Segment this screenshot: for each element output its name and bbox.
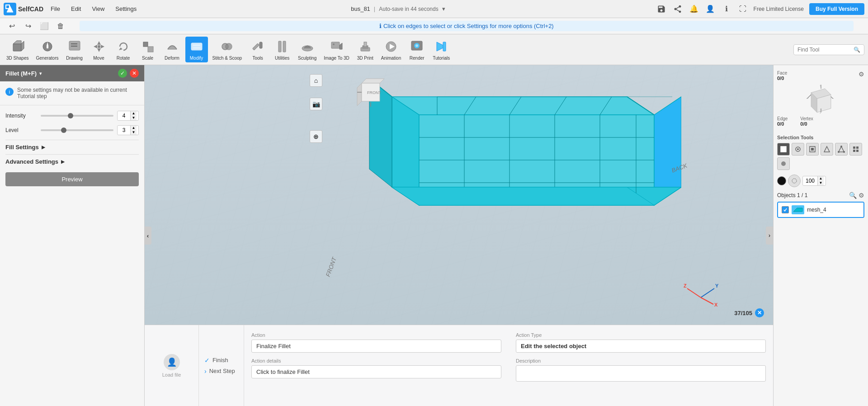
orientation-button[interactable]: ⊕ bbox=[310, 130, 322, 143]
tool-generators-label: Generators bbox=[36, 56, 58, 61]
intensity-input[interactable] bbox=[118, 112, 130, 120]
action-details-label: Action details bbox=[251, 358, 501, 364]
confirm-button[interactable]: ✓ bbox=[118, 69, 127, 78]
face-block: Face 0/0 bbox=[777, 71, 787, 81]
tool-scale[interactable]: Scale bbox=[137, 37, 159, 62]
tutorial-notice-text: Some settings may not be available in cu… bbox=[17, 87, 139, 99]
intensity-down-button[interactable]: ▼ bbox=[130, 116, 137, 120]
nav-expand-button[interactable]: › bbox=[766, 227, 773, 245]
find-tool-container: 🔍 bbox=[793, 44, 864, 55]
duplicate-button[interactable]: ⬜ bbox=[38, 20, 51, 33]
progress-close-button[interactable]: ✕ bbox=[755, 308, 764, 317]
tool-rotate[interactable]: Rotate bbox=[112, 37, 135, 62]
select-box-button[interactable] bbox=[777, 143, 790, 156]
preview-button[interactable]: Preview bbox=[5, 172, 139, 186]
objects-section: Objects 1 / 1 🔍 ⚙ mesh_4 bbox=[777, 192, 864, 218]
panel-title: Fillet (M+F) ▾ bbox=[5, 70, 42, 77]
tool-deform-label: Deform bbox=[165, 56, 179, 61]
share-icon[interactable] bbox=[672, 4, 683, 14]
search-icon[interactable]: 🔍 bbox=[854, 47, 860, 53]
toolbar-right: 🔍 bbox=[793, 44, 864, 55]
select-sphere-button[interactable] bbox=[792, 143, 804, 156]
delete-button[interactable]: 🗑 bbox=[54, 20, 67, 33]
panel-dropdown-icon[interactable]: ▾ bbox=[39, 71, 42, 76]
cancel-button[interactable]: ✕ bbox=[130, 69, 139, 78]
finish-label: Finish bbox=[212, 357, 228, 364]
fullscreen-icon[interactable]: ⛶ bbox=[737, 4, 748, 14]
user-icon[interactable]: 👤 bbox=[705, 4, 716, 14]
tool-modify-label: Modify bbox=[190, 56, 203, 61]
tool-utilities[interactable]: Utilities bbox=[271, 37, 293, 62]
navigation-cube[interactable]: FRONT bbox=[353, 74, 389, 112]
info-icon[interactable]: ℹ bbox=[721, 4, 732, 14]
finish-button[interactable]: ✓ Finish bbox=[204, 357, 238, 364]
finish-check-icon: ✓ bbox=[204, 357, 210, 364]
tool-tools[interactable]: Tools bbox=[246, 37, 269, 62]
tool-rotate-label: Rotate bbox=[117, 56, 130, 61]
save-icon[interactable] bbox=[656, 4, 667, 14]
menu-edit[interactable]: Edit bbox=[67, 4, 85, 14]
next-step-button[interactable]: › Next Step bbox=[204, 368, 238, 375]
color-picker-button[interactable] bbox=[777, 176, 786, 185]
buy-full-version-button[interactable]: Buy Full Version bbox=[809, 3, 864, 15]
logo-icon[interactable] bbox=[4, 3, 16, 15]
tool-image-to-3d[interactable]: Image To 3D bbox=[321, 37, 352, 62]
select-face-button[interactable] bbox=[806, 143, 819, 156]
level-input[interactable] bbox=[118, 126, 130, 134]
view3d-cube[interactable]: ↑ → ↓ ← bbox=[805, 83, 837, 114]
tool-modify[interactable]: Modify bbox=[185, 37, 208, 62]
notification-icon[interactable]: 🔔 bbox=[689, 4, 699, 14]
vertex-label: Vertex bbox=[800, 116, 813, 121]
tool-generators[interactable]: Generators bbox=[33, 37, 61, 62]
select-paint-button[interactable] bbox=[777, 157, 790, 170]
objects-search-icon[interactable]: 🔍 bbox=[849, 192, 857, 199]
fill-settings-section[interactable]: Fill Settings ▶ bbox=[5, 140, 139, 154]
texture-button[interactable] bbox=[788, 175, 801, 187]
level-slider[interactable] bbox=[41, 129, 113, 131]
autosave-dropdown-icon[interactable]: ▾ bbox=[442, 5, 445, 12]
object-item[interactable]: mesh_4 bbox=[778, 203, 863, 217]
intensity-up-button[interactable]: ▲ bbox=[130, 111, 137, 116]
tool-deform[interactable]: Deform bbox=[161, 37, 184, 62]
advanced-settings-section[interactable]: Advanced Settings ▶ bbox=[5, 154, 139, 169]
tool-3d-shapes[interactable]: 3D Shapes bbox=[4, 37, 31, 62]
camera-settings-button[interactable]: 📷 bbox=[310, 98, 322, 110]
collapse-panel-button[interactable]: ‹ bbox=[144, 227, 151, 245]
menu-file[interactable]: File bbox=[47, 4, 64, 14]
tool-image-to-3d-label: Image To 3D bbox=[324, 56, 349, 61]
opacity-value: 100 bbox=[803, 178, 817, 184]
svg-rect-27 bbox=[278, 41, 281, 52]
find-tool-input[interactable] bbox=[797, 47, 852, 53]
select-vertex-button[interactable] bbox=[835, 143, 848, 156]
objects-settings-icon[interactable]: ⚙ bbox=[859, 192, 864, 199]
home-view-button[interactable]: ⌂ bbox=[310, 74, 322, 87]
level-up-button[interactable]: ▲ bbox=[130, 126, 137, 130]
tool-stitch[interactable]: Stitch & Scoop bbox=[210, 37, 245, 62]
intensity-slider[interactable] bbox=[41, 115, 113, 117]
right-panel-settings-icon[interactable]: ⚙ bbox=[859, 71, 864, 78]
tool-animation[interactable]: Animation bbox=[378, 37, 404, 62]
tool-3d-print[interactable]: 3D Print bbox=[354, 37, 377, 62]
opacity-up-button[interactable]: ▲ bbox=[817, 176, 824, 181]
viewport[interactable]: Y Z X FRONT ⌂ 📷 ⊕ › bbox=[145, 65, 773, 406]
opacity-down-button[interactable]: ▼ bbox=[817, 181, 824, 185]
tool-move[interactable]: Move bbox=[88, 37, 110, 62]
menu-settings[interactable]: Settings bbox=[112, 4, 140, 14]
object-checkbox[interactable] bbox=[782, 206, 789, 213]
face-label: Face bbox=[777, 71, 787, 76]
load-file-button[interactable]: 👤 Load file bbox=[145, 325, 199, 406]
level-down-button[interactable]: ▼ bbox=[130, 130, 137, 135]
fill-settings-label: Fill Settings bbox=[5, 144, 39, 151]
undo-button[interactable]: ↩ bbox=[5, 20, 18, 33]
tool-sculpting[interactable]: Sculpting bbox=[295, 37, 319, 62]
select-loop-button[interactable] bbox=[849, 143, 862, 156]
tool-render[interactable]: Render bbox=[406, 37, 428, 62]
tool-drawing-label: Drawing bbox=[66, 56, 83, 61]
select-edge-button[interactable] bbox=[821, 143, 833, 156]
tool-stitch-label: Stitch & Scoop bbox=[212, 56, 242, 61]
objects-count-label: Objects 1 / 1 bbox=[777, 192, 807, 198]
tool-tutorials[interactable]: Tutorials bbox=[430, 37, 453, 62]
menu-view[interactable]: View bbox=[88, 4, 108, 14]
tool-drawing[interactable]: Drawing bbox=[63, 37, 86, 62]
redo-button[interactable]: ↪ bbox=[22, 20, 34, 33]
